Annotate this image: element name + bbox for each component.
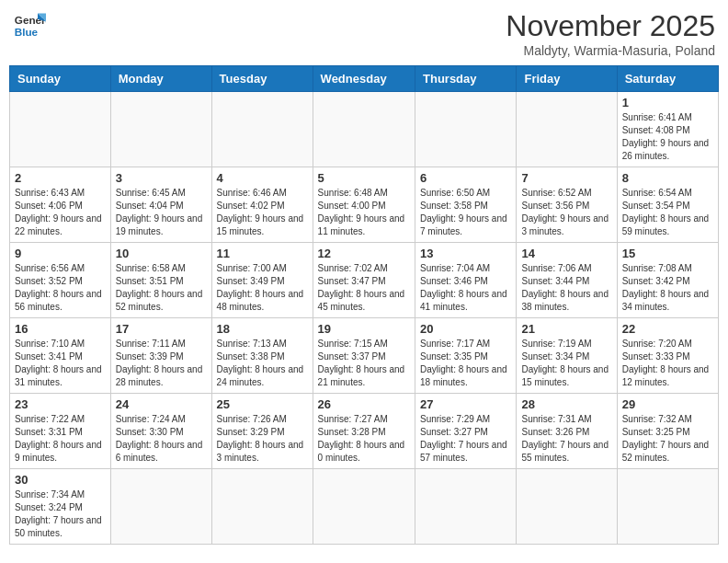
calendar-day-cell: 28Sunrise: 7:31 AM Sunset: 3:26 PM Dayli… — [517, 394, 617, 469]
calendar-day-cell: 27Sunrise: 7:29 AM Sunset: 3:27 PM Dayli… — [415, 394, 517, 469]
day-info: Sunrise: 7:32 AM Sunset: 3:25 PM Dayligh… — [622, 413, 713, 465]
day-info: Sunrise: 6:58 AM Sunset: 3:51 PM Dayligh… — [116, 262, 207, 314]
calendar-day-cell — [313, 469, 415, 545]
calendar-day-cell — [617, 469, 718, 545]
day-number: 22 — [622, 322, 713, 336]
weekday-header-row: SundayMondayTuesdayWednesdayThursdayFrid… — [10, 66, 719, 92]
day-info: Sunrise: 7:04 AM Sunset: 3:46 PM Dayligh… — [420, 262, 511, 314]
calendar-day-cell: 20Sunrise: 7:17 AM Sunset: 3:35 PM Dayli… — [415, 318, 517, 394]
day-info: Sunrise: 7:26 AM Sunset: 3:29 PM Dayligh… — [217, 413, 308, 465]
svg-text:Blue: Blue — [15, 26, 39, 38]
day-info: Sunrise: 6:56 AM Sunset: 3:52 PM Dayligh… — [15, 262, 106, 314]
day-number: 21 — [521, 322, 611, 336]
calendar-day-cell: 19Sunrise: 7:15 AM Sunset: 3:37 PM Dayli… — [313, 318, 415, 394]
day-info: Sunrise: 7:11 AM Sunset: 3:39 PM Dayligh… — [116, 338, 207, 389]
month-year-title: November 2025 — [506, 9, 715, 43]
calendar-week-row: 1Sunrise: 6:41 AM Sunset: 4:08 PM Daylig… — [10, 92, 719, 167]
day-info: Sunrise: 6:46 AM Sunset: 4:02 PM Dayligh… — [217, 187, 308, 238]
calendar-day-cell: 30Sunrise: 7:34 AM Sunset: 3:24 PM Dayli… — [10, 469, 111, 545]
logo: General Blue — [13, 9, 46, 42]
calendar-week-row: 2Sunrise: 6:43 AM Sunset: 4:06 PM Daylig… — [10, 167, 719, 243]
weekday-header-wednesday: Wednesday — [313, 66, 415, 92]
day-info: Sunrise: 7:22 AM Sunset: 3:31 PM Dayligh… — [15, 413, 106, 465]
calendar-day-cell: 29Sunrise: 7:32 AM Sunset: 3:25 PM Dayli… — [617, 394, 718, 469]
day-number: 11 — [217, 247, 308, 260]
day-number: 8 — [622, 171, 713, 185]
calendar-day-cell: 4Sunrise: 6:46 AM Sunset: 4:02 PM Daylig… — [211, 167, 313, 243]
calendar-day-cell — [110, 92, 211, 167]
calendar-day-cell — [211, 92, 313, 167]
calendar-day-cell: 17Sunrise: 7:11 AM Sunset: 3:39 PM Dayli… — [110, 318, 211, 394]
calendar-day-cell: 11Sunrise: 7:00 AM Sunset: 3:49 PM Dayli… — [211, 243, 313, 318]
day-number: 1 — [622, 96, 713, 109]
location-subtitle: Maldyty, Warmia-Masuria, Poland — [506, 43, 715, 58]
day-number: 13 — [420, 247, 511, 260]
day-info: Sunrise: 7:24 AM Sunset: 3:30 PM Dayligh… — [116, 413, 207, 465]
day-info: Sunrise: 7:00 AM Sunset: 3:49 PM Dayligh… — [217, 262, 308, 314]
calendar-day-cell — [415, 92, 517, 167]
calendar-day-cell: 26Sunrise: 7:27 AM Sunset: 3:28 PM Dayli… — [313, 394, 415, 469]
weekday-header-thursday: Thursday — [415, 66, 517, 92]
calendar-day-cell — [10, 92, 111, 167]
day-info: Sunrise: 7:13 AM Sunset: 3:38 PM Dayligh… — [217, 338, 308, 389]
day-info: Sunrise: 6:50 AM Sunset: 3:58 PM Dayligh… — [420, 187, 511, 238]
calendar-day-cell: 14Sunrise: 7:06 AM Sunset: 3:44 PM Dayli… — [517, 243, 617, 318]
day-info: Sunrise: 6:52 AM Sunset: 3:56 PM Dayligh… — [521, 187, 611, 238]
weekday-header-sunday: Sunday — [10, 66, 111, 92]
calendar-day-cell: 13Sunrise: 7:04 AM Sunset: 3:46 PM Dayli… — [415, 243, 517, 318]
day-number: 9 — [15, 247, 106, 260]
calendar-day-cell: 18Sunrise: 7:13 AM Sunset: 3:38 PM Dayli… — [211, 318, 313, 394]
day-number: 28 — [521, 397, 611, 411]
weekday-header-saturday: Saturday — [617, 66, 718, 92]
day-number: 2 — [15, 171, 106, 185]
calendar-day-cell: 15Sunrise: 7:08 AM Sunset: 3:42 PM Dayli… — [617, 243, 718, 318]
day-info: Sunrise: 7:20 AM Sunset: 3:33 PM Dayligh… — [622, 338, 713, 389]
day-number: 26 — [318, 397, 410, 411]
day-info: Sunrise: 7:31 AM Sunset: 3:26 PM Dayligh… — [521, 413, 611, 465]
day-info: Sunrise: 7:34 AM Sunset: 3:24 PM Dayligh… — [15, 488, 106, 540]
day-number: 6 — [420, 171, 511, 185]
day-info: Sunrise: 6:41 AM Sunset: 4:08 PM Dayligh… — [622, 111, 713, 163]
day-number: 17 — [116, 322, 207, 336]
title-block: November 2025 Maldyty, Warmia-Masuria, P… — [506, 9, 715, 58]
calendar-day-cell — [415, 469, 517, 545]
page-header: General Blue November 2025 Maldyty, Warm… — [9, 9, 719, 58]
calendar-day-cell: 10Sunrise: 6:58 AM Sunset: 3:51 PM Dayli… — [110, 243, 211, 318]
day-info: Sunrise: 7:02 AM Sunset: 3:47 PM Dayligh… — [318, 262, 410, 314]
day-info: Sunrise: 6:54 AM Sunset: 3:54 PM Dayligh… — [622, 187, 713, 238]
calendar-day-cell: 7Sunrise: 6:52 AM Sunset: 3:56 PM Daylig… — [517, 167, 617, 243]
day-number: 15 — [622, 247, 713, 260]
day-info: Sunrise: 7:29 AM Sunset: 3:27 PM Dayligh… — [420, 413, 511, 465]
calendar-day-cell — [211, 469, 313, 545]
calendar-day-cell — [110, 469, 211, 545]
weekday-header-friday: Friday — [517, 66, 617, 92]
day-number: 29 — [622, 397, 713, 411]
day-number: 14 — [521, 247, 611, 260]
calendar-day-cell: 6Sunrise: 6:50 AM Sunset: 3:58 PM Daylig… — [415, 167, 517, 243]
calendar-day-cell — [517, 469, 617, 545]
calendar-day-cell: 2Sunrise: 6:43 AM Sunset: 4:06 PM Daylig… — [10, 167, 111, 243]
day-number: 4 — [217, 171, 308, 185]
calendar-week-row: 16Sunrise: 7:10 AM Sunset: 3:41 PM Dayli… — [10, 318, 719, 394]
day-info: Sunrise: 7:17 AM Sunset: 3:35 PM Dayligh… — [420, 338, 511, 389]
calendar-day-cell — [313, 92, 415, 167]
day-number: 5 — [318, 171, 410, 185]
weekday-header-tuesday: Tuesday — [211, 66, 313, 92]
day-info: Sunrise: 7:10 AM Sunset: 3:41 PM Dayligh… — [15, 338, 106, 389]
day-number: 3 — [116, 171, 207, 185]
calendar-day-cell: 16Sunrise: 7:10 AM Sunset: 3:41 PM Dayli… — [10, 318, 111, 394]
day-number: 7 — [521, 171, 611, 185]
day-info: Sunrise: 7:06 AM Sunset: 3:44 PM Dayligh… — [521, 262, 611, 314]
calendar-day-cell: 23Sunrise: 7:22 AM Sunset: 3:31 PM Dayli… — [10, 394, 111, 469]
day-number: 12 — [318, 247, 410, 260]
day-number: 30 — [15, 473, 106, 487]
calendar-week-row: 23Sunrise: 7:22 AM Sunset: 3:31 PM Dayli… — [10, 394, 719, 469]
day-info: Sunrise: 6:43 AM Sunset: 4:06 PM Dayligh… — [15, 187, 106, 238]
calendar-day-cell: 8Sunrise: 6:54 AM Sunset: 3:54 PM Daylig… — [617, 167, 718, 243]
calendar-day-cell — [517, 92, 617, 167]
logo-icon: General Blue — [13, 9, 46, 42]
calendar-day-cell: 21Sunrise: 7:19 AM Sunset: 3:34 PM Dayli… — [517, 318, 617, 394]
day-number: 23 — [15, 397, 106, 411]
calendar-day-cell: 9Sunrise: 6:56 AM Sunset: 3:52 PM Daylig… — [10, 243, 111, 318]
day-number: 10 — [116, 247, 207, 260]
